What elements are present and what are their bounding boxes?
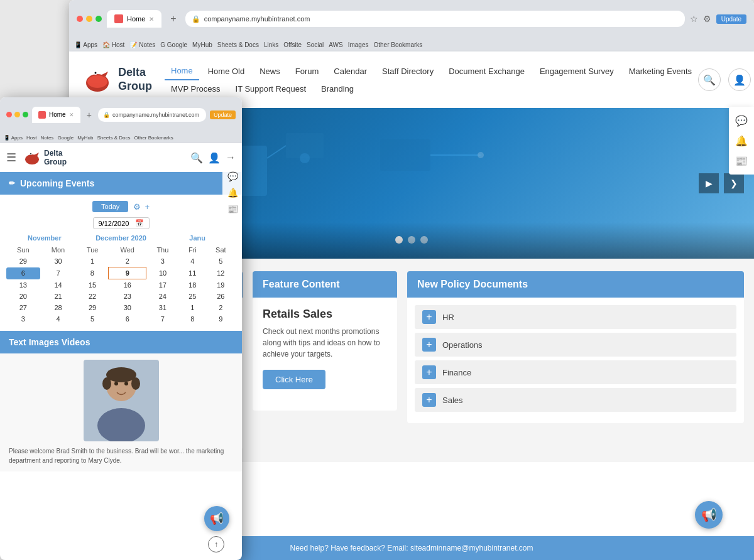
- feature-click-here-button[interactable]: Click Here: [263, 370, 325, 389]
- cal-cell[interactable]: 22: [76, 291, 109, 302]
- cal-cell[interactable]: 16: [109, 279, 146, 291]
- close-window-btn[interactable]: [77, 16, 83, 22]
- address-bar[interactable]: 🔒 companyname.myhubintranet.com: [185, 11, 685, 27]
- policy-item-operations[interactable]: + Operations: [415, 333, 736, 357]
- nav-link-staff-directory[interactable]: Staff Directory: [376, 63, 440, 80]
- nav-link-engagement-survey[interactable]: Engagement Survey: [533, 63, 620, 80]
- cal-cell[interactable]: 3: [6, 313, 40, 325]
- nav-link-calendar[interactable]: Calendar: [327, 63, 373, 80]
- cal-cell[interactable]: 31: [146, 302, 179, 313]
- maximize-window-btn[interactable]: [96, 16, 102, 22]
- fg-user-icon[interactable]: 👤: [208, 152, 221, 164]
- browser-tab[interactable]: Home ✕: [107, 10, 161, 28]
- bm-offsite[interactable]: Offsite: [283, 41, 302, 48]
- bm-images[interactable]: Images: [348, 41, 369, 48]
- cal-cell[interactable]: 6: [109, 313, 146, 325]
- cal-cell[interactable]: 23: [109, 291, 146, 302]
- cal-cell[interactable]: 13: [6, 279, 40, 291]
- hamburger-menu-icon[interactable]: ☰: [6, 151, 16, 164]
- fg-update-button[interactable]: Update: [210, 110, 236, 119]
- policy-item-hr[interactable]: + HR: [415, 305, 736, 329]
- cal-cell[interactable]: 28: [40, 302, 77, 313]
- nav-link-it-support[interactable]: IT Support Request: [229, 80, 313, 97]
- fg-bm-apps[interactable]: 📱 Apps: [4, 135, 23, 141]
- fg-scroll-up-button[interactable]: ↑: [208, 536, 224, 552]
- cal-cell[interactable]: 29: [6, 256, 40, 267]
- cal-cell[interactable]: 30: [109, 302, 146, 313]
- cal-cell[interactable]: 17: [146, 279, 179, 291]
- cal-cell[interactable]: 15: [76, 279, 109, 291]
- minimize-window-btn[interactable]: [86, 16, 92, 22]
- nav-link-home[interactable]: Home: [165, 62, 199, 80]
- fg-logout-icon[interactable]: →: [226, 152, 236, 164]
- cal-cell[interactable]: 30: [40, 256, 77, 267]
- cal-cell[interactable]: 8: [179, 313, 206, 325]
- cal-cell[interactable]: 29: [76, 302, 109, 313]
- bm-host[interactable]: 🏠 Host: [102, 41, 124, 48]
- cal-cell[interactable]: 4: [179, 256, 206, 267]
- cal-cell[interactable]: 24: [146, 291, 179, 302]
- fg-bm-other[interactable]: Other Bookmarks: [134, 135, 173, 141]
- nav-link-forum[interactable]: Forum: [289, 63, 325, 80]
- cal-cell[interactable]: 25: [179, 291, 206, 302]
- fg-tab-close[interactable]: ✕: [69, 112, 74, 118]
- cal-cell[interactable]: 3: [146, 256, 179, 267]
- cal-cell[interactable]: 8: [76, 267, 109, 279]
- cal-cell[interactable]: 14: [40, 279, 77, 291]
- fg-address-bar[interactable]: 🔒 companyname.myhubintranet.com: [98, 108, 206, 122]
- cal-cell-today[interactable]: 9: [109, 267, 146, 279]
- cal-cell[interactable]: 4: [40, 313, 77, 325]
- fg-speaker-button[interactable]: 📢: [204, 506, 229, 531]
- calendar-add-icon[interactable]: +: [145, 202, 150, 212]
- bookmark-icon[interactable]: ☆: [690, 14, 698, 24]
- fg-bm-google[interactable]: Google: [57, 135, 74, 141]
- cal-cell-selected[interactable]: 6: [6, 267, 40, 279]
- fg-new-tab-btn[interactable]: +: [84, 110, 94, 120]
- fg-close-btn[interactable]: [6, 112, 12, 117]
- cal-cell[interactable]: 7: [40, 267, 77, 279]
- policy-item-sales[interactable]: + Sales: [415, 388, 736, 412]
- cal-cell[interactable]: 19: [206, 279, 236, 291]
- cal-cell[interactable]: 26: [206, 291, 236, 302]
- calendar-settings-icon[interactable]: ⚙: [133, 202, 141, 212]
- fg-search-icon[interactable]: 🔍: [190, 152, 203, 164]
- fg-bell-icon-btn[interactable]: 🔔: [225, 185, 240, 200]
- user-profile-button[interactable]: 👤: [728, 68, 751, 91]
- nav-link-home-old[interactable]: Home Old: [202, 63, 251, 80]
- bm-sheets[interactable]: Sheets & Docs: [217, 41, 259, 48]
- cal-cell[interactable]: 27: [6, 302, 40, 313]
- bg-speaker-button[interactable]: 📢: [695, 501, 723, 529]
- cal-cell[interactable]: 1: [179, 302, 206, 313]
- bm-google[interactable]: G Google: [160, 41, 187, 48]
- cal-cell[interactable]: 21: [40, 291, 77, 302]
- nav-link-news[interactable]: News: [253, 63, 287, 80]
- fg-tab[interactable]: Home ✕: [32, 107, 80, 123]
- new-tab-btn[interactable]: +: [167, 13, 180, 24]
- fg-bm-myhub[interactable]: MyHub: [77, 135, 93, 141]
- bm-aws[interactable]: AWS: [329, 41, 342, 48]
- cal-cell[interactable]: 12: [206, 267, 236, 279]
- cal-cell[interactable]: 10: [146, 267, 179, 279]
- calendar-date-input[interactable]: 9/12/2020 📅: [93, 217, 150, 229]
- news-sidebar-icon[interactable]: 📰: [733, 152, 750, 170]
- bm-notes[interactable]: 📝 Notes: [129, 41, 155, 48]
- nav-link-document-exchange[interactable]: Document Exchange: [442, 63, 531, 80]
- search-button[interactable]: 🔍: [698, 68, 721, 91]
- fg-maximize-btn[interactable]: [23, 112, 28, 117]
- nav-link-mvp-process[interactable]: MVP Process: [165, 80, 227, 97]
- update-btn[interactable]: Update: [716, 14, 746, 24]
- bm-other[interactable]: Other Bookmarks: [373, 41, 422, 48]
- bm-apps[interactable]: 📱 Apps: [74, 41, 97, 48]
- cal-cell[interactable]: 5: [76, 313, 109, 325]
- tab-close-icon[interactable]: ✕: [149, 16, 154, 23]
- cal-cell[interactable]: 1: [76, 256, 109, 267]
- cal-cell[interactable]: 7: [146, 313, 179, 325]
- cal-cell[interactable]: 18: [179, 279, 206, 291]
- cal-cell[interactable]: 5: [206, 256, 236, 267]
- cal-cell[interactable]: 2: [206, 302, 236, 313]
- fg-chat-icon-btn[interactable]: 💬: [225, 169, 240, 184]
- bm-social[interactable]: Social: [307, 41, 324, 48]
- fg-bm-notes[interactable]: Notes: [40, 135, 53, 141]
- cal-cell[interactable]: 2: [109, 256, 146, 267]
- bm-myhub[interactable]: MyHub: [192, 41, 212, 48]
